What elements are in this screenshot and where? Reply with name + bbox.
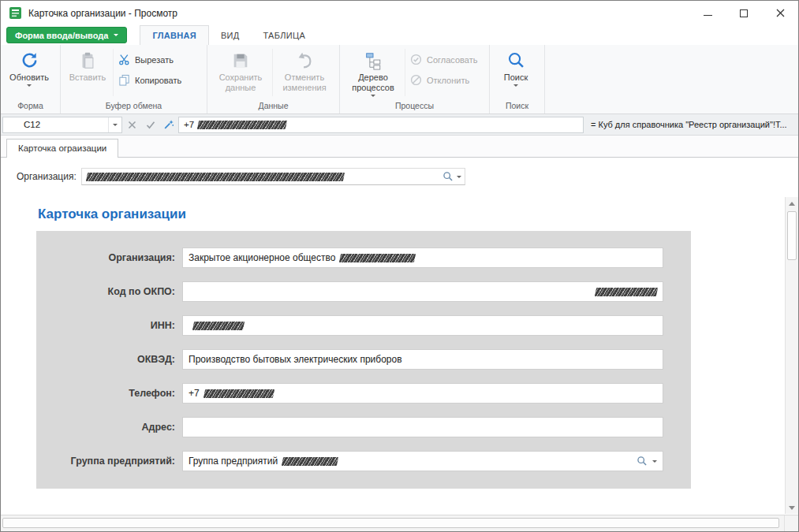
name-box-dropdown[interactable] <box>108 117 121 132</box>
app-menu-button[interactable]: Форма ввода/вывода <box>6 27 127 43</box>
close-icon <box>776 9 785 17</box>
ribbon-tab-row: Форма ввода/вывода ГЛАВНАЯ ВИД ТАБЛИЦА <box>1 25 798 45</box>
search-icon[interactable] <box>637 456 648 467</box>
ribbon-group-form: Обновить Форма <box>1 45 61 113</box>
organization-picker-label: Организация: <box>17 171 77 182</box>
ribbon-group-data: Сохранить данные Отменить изменения Данн… <box>207 45 340 113</box>
maximize-button[interactable] <box>726 1 762 25</box>
chevron-down-icon[interactable] <box>652 460 657 463</box>
arrow-up-icon <box>789 202 795 206</box>
search-button[interactable]: Поиск <box>491 45 540 100</box>
undo-changes-button[interactable]: Отменить изменения <box>273 45 336 100</box>
minimize-icon <box>704 15 712 16</box>
phone-input[interactable]: +7 <box>182 383 663 404</box>
field-value: Производство бытовых электрических прибо… <box>189 354 402 365</box>
process-tree-button[interactable]: Дерево процессов <box>342 45 405 100</box>
field-value: +7 <box>189 388 200 399</box>
group-label-search: Поиск <box>490 100 544 113</box>
sheet-tab[interactable]: Карточка ограизации <box>6 139 118 158</box>
arrow-down-icon <box>789 506 795 510</box>
group-label-form: Форма <box>1 100 60 113</box>
search-icon <box>506 50 526 71</box>
group-label-data: Данные <box>207 100 339 113</box>
chevron-down-icon <box>27 84 32 87</box>
field-label-address: Адрес: <box>36 422 182 433</box>
scrollbar-thumb[interactable] <box>787 211 797 260</box>
reject-button[interactable]: Отклонить <box>405 73 482 87</box>
chevron-down-icon <box>114 34 118 36</box>
ribbon-tabs: ГЛАВНАЯ ВИД ТАБЛИЦА <box>140 25 317 45</box>
redacted-text <box>339 254 416 262</box>
page-title: Карточка организации <box>38 206 186 222</box>
cut-button[interactable]: Вырезать <box>114 53 186 66</box>
function-wand-icon <box>163 119 174 130</box>
cut-icon <box>118 54 130 65</box>
refresh-button[interactable]: Обновить <box>2 45 56 100</box>
scrollbar-corner <box>784 515 798 531</box>
form-row: Организация: Закрытое акционерное общест… <box>36 247 691 268</box>
enterprise-group-input[interactable]: Группа предприятий <box>182 451 663 471</box>
field-label-org: Организация: <box>36 252 182 263</box>
ribbon: Обновить Форма Вставить Вырезать <box>1 45 798 114</box>
field-value: Закрытое акционерное общество <box>189 252 335 263</box>
app-icon <box>9 6 22 20</box>
maximize-icon <box>740 9 748 17</box>
field-label-group: Группа предприятий: <box>36 456 182 467</box>
organization-picker-row: Организация: <box>17 168 465 185</box>
ribbon-group-search: Поиск Поиск <box>490 45 545 113</box>
tree-icon <box>364 50 383 71</box>
insert-function-button[interactable] <box>160 117 177 133</box>
tab-view[interactable]: ВИД <box>209 25 252 45</box>
formula-bar: C12 +7 = Куб для справочника "Реестр орг… <box>1 114 798 136</box>
ribbon-group-clipboard: Вставить Вырезать Копировать Буфер обмен… <box>61 45 207 113</box>
vertical-scrollbar[interactable] <box>785 197 798 514</box>
scrollbar-thumb[interactable] <box>2 518 779 528</box>
field-value: Группа предприятий <box>189 456 278 467</box>
formula-value: +7 <box>184 120 194 129</box>
undo-icon <box>295 50 314 71</box>
org-input[interactable]: Закрытое акционерное общество <box>182 247 663 268</box>
save-data-button[interactable]: Сохранить данные <box>209 45 272 100</box>
form-row: ИНН: <box>36 315 691 336</box>
redacted-text <box>203 389 274 398</box>
inn-input[interactable] <box>182 315 663 336</box>
copy-button[interactable]: Копировать <box>114 73 186 87</box>
redacted-text <box>192 322 245 330</box>
confirm-entry-button[interactable] <box>142 117 159 133</box>
form-area: Организация: Карточка организации Органи… <box>1 158 798 515</box>
formula-input[interactable]: +7 <box>178 117 584 133</box>
field-label-phone: Телефон: <box>36 388 182 399</box>
sheet-tab-bar: Карточка ограизации <box>1 136 798 158</box>
redacted-text <box>197 121 287 129</box>
organization-picker[interactable] <box>81 168 465 185</box>
approve-icon <box>410 54 422 65</box>
minimize-button[interactable] <box>689 1 726 25</box>
chevron-down-icon <box>513 84 518 87</box>
formula-hint: = Куб для справочника "Реестр организаци… <box>585 120 797 129</box>
form-row: Телефон: +7 <box>36 383 691 404</box>
tab-table[interactable]: ТАБЛИЦА <box>251 25 317 45</box>
group-label-clipboard: Буфер обмена <box>61 100 207 113</box>
scroll-up-button[interactable] <box>786 197 798 210</box>
horizontal-scrollbar[interactable] <box>1 515 798 531</box>
approve-button[interactable]: Согласовать <box>405 53 482 66</box>
ribbon-group-processes: Дерево процессов Согласовать Отклонить П… <box>340 45 490 113</box>
paste-icon <box>78 50 97 71</box>
scroll-down-button[interactable] <box>786 501 798 514</box>
okpo-input[interactable] <box>182 281 663 302</box>
reject-icon <box>410 74 422 86</box>
paste-button[interactable]: Вставить <box>62 45 113 100</box>
save-icon <box>231 50 250 71</box>
cancel-icon <box>128 121 136 129</box>
okved-input[interactable]: Производство бытовых электрических прибо… <box>182 349 663 370</box>
chevron-down-icon[interactable] <box>457 176 461 178</box>
address-input[interactable] <box>182 417 663 437</box>
window-controls <box>689 1 798 25</box>
search-icon[interactable] <box>442 171 454 182</box>
app-window: Карточка организации - Просмотр Форма вв… <box>0 0 799 532</box>
close-button[interactable] <box>762 1 798 25</box>
scrollbar-track[interactable] <box>786 210 798 501</box>
cancel-entry-button[interactable] <box>124 117 140 133</box>
tab-home[interactable]: ГЛАВНАЯ <box>140 25 208 45</box>
cell-name-box[interactable]: C12 <box>2 117 122 133</box>
